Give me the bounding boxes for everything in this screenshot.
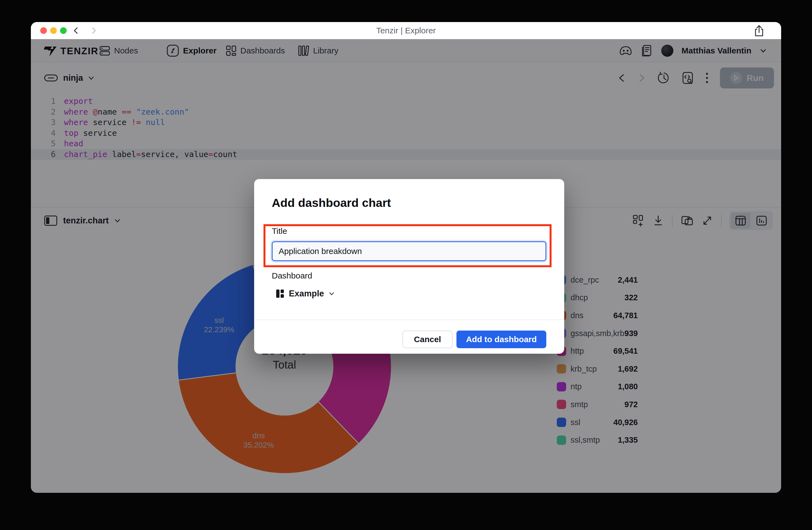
modal-footer-divider: [254, 320, 564, 320]
screen: Tenzir | Explorer TENZIR: [0, 0, 812, 530]
dashboard-field-label: Dashboard: [272, 271, 312, 280]
window-title: Tenzir | Explorer: [31, 26, 781, 35]
annotation-highlight-box: [263, 224, 552, 267]
app-window: Tenzir | Explorer TENZIR: [31, 22, 781, 493]
titlebar: Tenzir | Explorer: [31, 22, 781, 39]
add-to-dashboard-button[interactable]: Add to dashboard: [456, 330, 546, 348]
dashboard-select[interactable]: Example: [276, 289, 335, 299]
share-icon[interactable]: [753, 24, 765, 38]
dashboard-select-value: Example: [289, 289, 324, 299]
dashboard-mini-icon: [276, 289, 285, 298]
cancel-button[interactable]: Cancel: [402, 330, 453, 348]
chevron-down-icon: [329, 291, 335, 297]
modal-heading: Add dashboard chart: [272, 196, 391, 210]
